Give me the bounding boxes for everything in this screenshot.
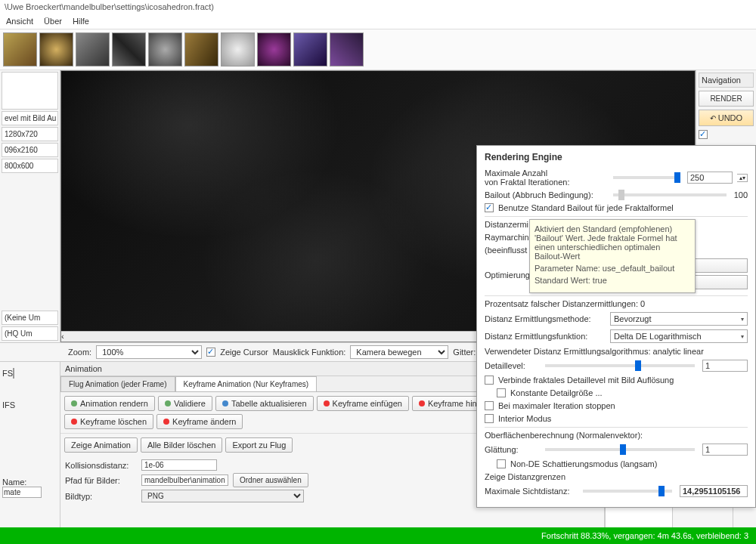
menu-hilfe[interactable]: Hilfe (73, 17, 89, 26)
render-button[interactable]: RENDER (699, 91, 754, 107)
verbinde-label: Verbinde fraktales Detaillevel mit Bild … (498, 376, 674, 385)
menu-ueber[interactable]: Über (44, 17, 62, 26)
status-bar: Fortschritt 88.33%, vergangen: 4m 43.6s,… (0, 527, 756, 544)
maxiter-checkbox[interactable] (485, 401, 494, 410)
res-option[interactable]: 1280x720 (2, 127, 58, 141)
dist-label: Distanzermi (485, 220, 528, 229)
preset-thumb[interactable] (184, 32, 218, 66)
default-bailout-checkbox[interactable] (485, 203, 494, 212)
preset-thumb[interactable] (330, 32, 364, 66)
detail-slider[interactable] (545, 364, 695, 367)
name-input[interactable] (2, 487, 42, 498)
algo-label: Verwendeter Distanz Ermittlungsalgorithm… (485, 347, 704, 356)
interior-checkbox[interactable] (485, 414, 494, 423)
refresh-icon (222, 400, 228, 406)
detail-label: Detaillevel: (485, 361, 538, 370)
sidebar-box (2, 72, 58, 110)
gear-icon (71, 400, 77, 406)
glatt-label: Glättung: (485, 445, 538, 454)
record-icon (163, 419, 169, 425)
hq-option[interactable]: (HQ Um (2, 326, 58, 341)
fs-label: FS (2, 369, 13, 378)
window-title: \Uwe Broeckert\mandelbulber\settings\ico… (0, 0, 756, 14)
undo-button[interactable]: ↶ UNDO (699, 110, 754, 126)
preset-thumbnails (0, 29, 756, 70)
delete-all-button[interactable]: Alle Bilder löschen (141, 437, 223, 453)
func-select[interactable]: Delta DE Logarithmisch (610, 329, 748, 343)
iter-slider[interactable] (613, 176, 680, 179)
kolli-input[interactable] (141, 459, 217, 471)
keine-option[interactable]: (Keine Um (2, 311, 58, 325)
kolli-label: Kollisionsdistanz: (65, 461, 137, 470)
func-label: Distanz Ermittlungsfunktion: (485, 332, 606, 341)
bailout-slider[interactable] (613, 193, 727, 196)
zeigedist-label: Zeige Distanzgrenzen (485, 472, 565, 481)
preset-thumb[interactable] (148, 32, 182, 66)
res-option[interactable]: 800x600 (2, 159, 58, 173)
glatt-input[interactable] (702, 444, 748, 456)
preset-thumb[interactable] (221, 32, 255, 66)
preset-thumb[interactable] (76, 32, 110, 66)
interior-label: Interior Modus (498, 414, 551, 423)
show-anim-button[interactable]: Zeige Animation (64, 437, 138, 453)
rendering-engine-panel: Rendering Engine Maximale Anzahlvon Frak… (476, 145, 756, 508)
maxsicht-slider[interactable] (583, 490, 672, 493)
nonde-label: Non-DE Schattierungsmodus (langsam) (510, 459, 657, 468)
gitter-label: Gitter: (453, 348, 476, 357)
keyframe-insert-button[interactable]: Keyframe einfügen (317, 396, 409, 411)
method-label: Distanz Ermittlungsmethode: (485, 314, 606, 323)
maxiter-label: Bei maximaler Iteration stoppen (498, 401, 615, 410)
ifs-label: IFS (2, 400, 15, 410)
iter-label2: von Fraktal Iterationen: (485, 178, 606, 187)
lower-left-panel: FS IFS Name: (0, 362, 60, 536)
level-label: evel mit Bild Au (2, 111, 58, 125)
export-flug-button[interactable]: Export zu Flug (225, 437, 293, 453)
konstante-checkbox[interactable] (497, 388, 506, 397)
cursor-checkbox[interactable] (206, 348, 215, 357)
glatt-slider[interactable] (545, 448, 695, 451)
tooltip-param: Parameter Name: use_default_bailout (534, 264, 690, 273)
spinner-icon[interactable]: ▴▾ (737, 174, 748, 182)
tooltip-default: Standard Wert: true (534, 276, 690, 285)
preset-thumb[interactable] (112, 32, 146, 66)
bailout-value: 100 (734, 190, 748, 199)
anim-render-button[interactable]: Animation rendern (64, 396, 155, 411)
maxsicht-label: Maximale Sichtdistanz: (485, 487, 575, 496)
maxsicht-input[interactable] (680, 485, 748, 497)
preset-thumb[interactable] (257, 32, 291, 66)
nav-header: Navigation (699, 73, 754, 88)
keyframe-modify-button[interactable]: Keyframe ändern (156, 414, 243, 429)
menubar: Ansicht Über Hilfe (0, 14, 756, 29)
auto-refresh-checkbox[interactable] (699, 130, 708, 139)
bildtyp-label: Bildtyp: (65, 492, 137, 501)
iter-label: Maximale Anzahl (485, 168, 606, 178)
keyframe-delete-button[interactable]: Keyframe löschen (64, 414, 153, 429)
left-sidebar: evel mit Bild Au 1280x720 096x2160 800x6… (0, 70, 60, 342)
preset-thumb[interactable] (39, 32, 73, 66)
menu-ansicht[interactable]: Ansicht (6, 17, 33, 26)
tooltip: Aktiviert den Standard (empfohlenen) 'Ba… (529, 219, 696, 293)
res-option[interactable]: 096x2160 (2, 143, 58, 157)
verbinde-checkbox[interactable] (485, 376, 494, 385)
iter-input[interactable] (687, 172, 733, 184)
method-select[interactable]: Bevorzugt (610, 312, 748, 326)
anim-header: Animation (65, 364, 102, 373)
folder-button[interactable]: Ordner auswählen (233, 473, 308, 487)
mausklick-select[interactable]: Kamera bewegen (350, 345, 448, 359)
tab-keyframe[interactable]: Keyframe Animation (Nur Keyframes) (175, 376, 318, 391)
tab-flug[interactable]: Flug Animation (jeder Frame) (60, 376, 175, 391)
preset-thumb[interactable] (3, 32, 37, 66)
oberfl-label: Oberflächenberechnung (Normalenvektor): (485, 431, 643, 440)
pfad-input[interactable] (141, 474, 228, 486)
falsch-label: Prozentsatz falscher Distanzermittlungen… (485, 299, 645, 308)
validate-button[interactable]: Validiere (158, 396, 212, 411)
preset-thumb[interactable] (293, 32, 327, 66)
bildtyp-select[interactable]: PNG (141, 490, 304, 502)
detail-input[interactable] (702, 360, 748, 372)
record-icon (324, 400, 330, 406)
nonde-checkbox[interactable] (497, 459, 506, 468)
engine-title: Rendering Engine (485, 152, 748, 162)
zoom-select[interactable]: 100% (96, 345, 202, 359)
table-refresh-button[interactable]: Tabelle aktualisieren (215, 396, 314, 411)
fs-toggle[interactable] (13, 368, 14, 379)
